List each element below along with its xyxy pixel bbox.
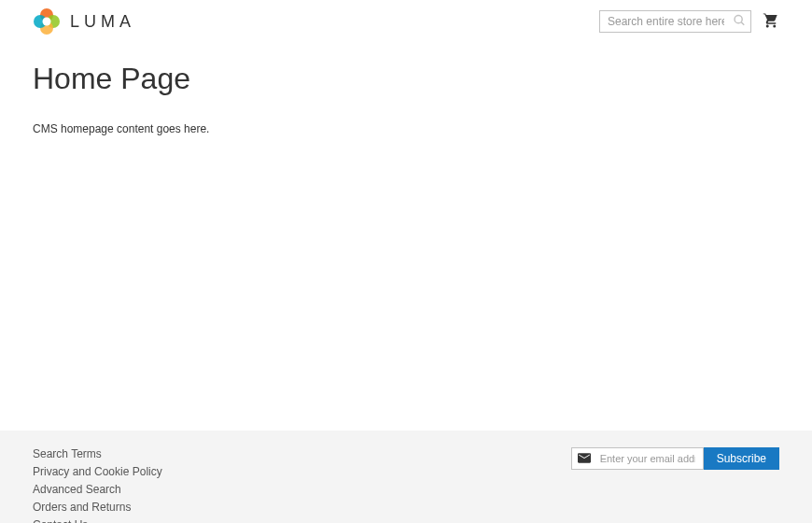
page-title: Home Page (33, 62, 779, 96)
svg-point-7 (773, 24, 776, 27)
header-right (599, 10, 779, 33)
page-footer: Search Terms Privacy and Cookie Policy A… (0, 431, 812, 523)
cart-icon[interactable] (763, 12, 779, 32)
subscribe-button[interactable]: Subscribe (704, 447, 779, 470)
search-input[interactable] (599, 10, 751, 33)
footer-link-advanced-search[interactable]: Advanced Search (33, 483, 162, 496)
footer-links: Search Terms Privacy and Cookie Policy A… (33, 447, 162, 523)
footer-link-privacy[interactable]: Privacy and Cookie Policy (33, 465, 162, 478)
footer-link-orders-returns[interactable]: Orders and Returns (33, 501, 162, 514)
footer-link-search-terms[interactable]: Search Terms (33, 447, 162, 460)
store-logo[interactable]: LUMA (33, 7, 135, 35)
newsletter-input-wrap (571, 447, 704, 470)
footer-link-contact-us[interactable]: Contact Us (33, 518, 162, 523)
newsletter-form: Subscribe (571, 447, 779, 470)
main-content: Home Page CMS homepage content goes here… (0, 62, 812, 431)
search-icon[interactable] (733, 14, 746, 30)
search-box (599, 10, 751, 33)
newsletter-email-input[interactable] (571, 447, 704, 470)
cms-content: CMS homepage content goes here. (33, 122, 779, 135)
mail-icon (578, 451, 591, 466)
svg-point-4 (43, 18, 51, 26)
logo-mark-icon (33, 7, 61, 35)
logo-text: LUMA (70, 12, 135, 32)
svg-line-6 (741, 22, 744, 25)
page-header: LUMA (0, 0, 812, 35)
svg-point-5 (735, 16, 742, 23)
